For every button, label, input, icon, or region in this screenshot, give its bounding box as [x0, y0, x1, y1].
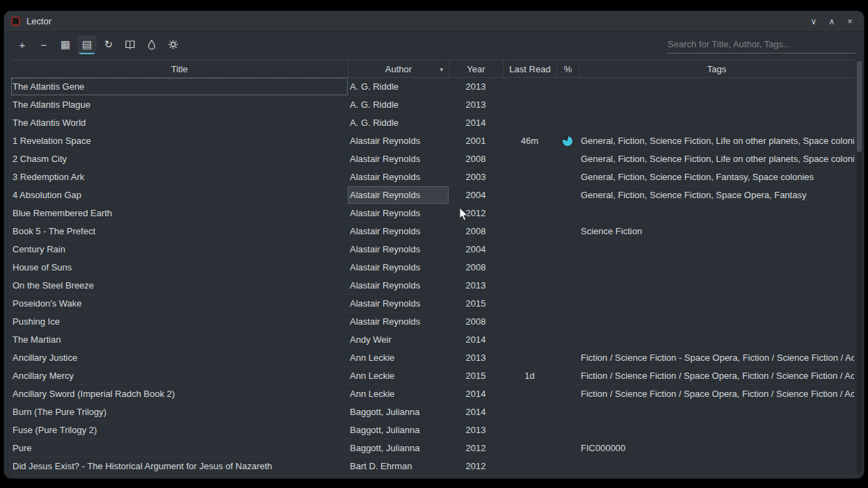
- cell-title[interactable]: Ancillary Sword (Imperial Radch Book 2): [11, 385, 348, 402]
- cell-tags[interactable]: [579, 78, 854, 95]
- table-row[interactable]: House of Suns Alastair Reynolds 2008: [11, 259, 854, 277]
- table-row[interactable]: 3 Redemption Ark Alastair Reynolds 2003 …: [11, 168, 854, 186]
- cell-last-read[interactable]: [503, 114, 556, 131]
- table-row[interactable]: The Atlantis Plague A. G. Riddle 2013: [11, 96, 854, 114]
- add-book-button[interactable]: +: [13, 35, 32, 54]
- cell-progress[interactable]: [556, 259, 579, 276]
- cell-author[interactable]: A. G. Riddle: [348, 78, 449, 95]
- cell-title[interactable]: 2 Chasm City: [11, 150, 348, 168]
- cell-last-read[interactable]: [503, 96, 556, 113]
- cell-title[interactable]: Poseidon's Wake: [11, 295, 348, 312]
- cell-title[interactable]: Century Rain: [11, 241, 348, 258]
- table-row[interactable]: 4 Absolution Gap Alastair Reynolds 2004 …: [11, 186, 854, 204]
- cell-author[interactable]: Ann Leckie: [348, 385, 449, 402]
- cell-year[interactable]: 2004: [449, 186, 503, 204]
- table-row[interactable]: Ancillary Sword (Imperial Radch Book 2) …: [11, 385, 854, 403]
- column-header-author[interactable]: Author ▾: [348, 60, 449, 77]
- table-row[interactable]: Book 5 - The Prefect Alastair Reynolds 2…: [11, 222, 854, 241]
- cell-last-read[interactable]: [503, 331, 556, 348]
- cell-progress[interactable]: [556, 313, 579, 330]
- cell-author[interactable]: Alastair Reynolds: [348, 313, 449, 330]
- cell-progress[interactable]: [556, 168, 579, 186]
- cell-year[interactable]: 2008: [449, 150, 503, 168]
- cell-last-read[interactable]: 1d: [503, 367, 556, 384]
- cell-author[interactable]: A. G. Riddle: [348, 114, 449, 131]
- cell-title[interactable]: Pure: [11, 439, 348, 457]
- theme-button[interactable]: [142, 35, 161, 54]
- cell-year[interactable]: 2014: [449, 331, 503, 348]
- cell-progress[interactable]: [556, 367, 579, 384]
- cell-title[interactable]: The Atlantis World: [11, 114, 348, 131]
- cell-tags[interactable]: [579, 114, 854, 131]
- author-sort-dropdown-icon[interactable]: ▾: [440, 66, 443, 73]
- cell-tags[interactable]: [579, 421, 854, 439]
- scrollbar-thumb[interactable]: [857, 60, 862, 152]
- cell-title[interactable]: Did Jesus Exist? - The Historical Argume…: [11, 457, 348, 475]
- cell-tags[interactable]: General, Fiction, Science Fiction, Fanta…: [579, 168, 854, 186]
- cell-last-read[interactable]: 46m: [503, 132, 556, 149]
- cell-tags[interactable]: [579, 96, 854, 113]
- table-row[interactable]: The Atlantis World A. G. Riddle 2014: [11, 114, 854, 132]
- cell-tags[interactable]: [579, 457, 854, 475]
- table-view-button[interactable]: ▤: [77, 35, 97, 54]
- table-row[interactable]: On the Steel Breeze Alastair Reynolds 20…: [11, 277, 854, 295]
- cell-year[interactable]: 2013: [449, 277, 503, 294]
- cell-author[interactable]: Alastair Reynolds: [348, 277, 449, 294]
- cell-title[interactable]: The Atlantis Gene: [11, 78, 348, 95]
- cell-progress[interactable]: [556, 114, 579, 131]
- column-header-title[interactable]: Title: [11, 60, 348, 77]
- cell-year[interactable]: 2001: [449, 132, 503, 149]
- cell-year[interactable]: 2013: [449, 349, 503, 366]
- cell-author[interactable]: Alastair Reynolds: [348, 168, 449, 186]
- table-row[interactable]: Burn (The Pure Trilogy) Baggott, Juliann…: [11, 403, 854, 421]
- table-row[interactable]: The Atlantis Gene A. G. Riddle 2013: [11, 78, 854, 96]
- cell-tags[interactable]: General, Fiction, Science Fiction, Life …: [579, 132, 854, 149]
- cell-year[interactable]: 2012: [449, 439, 503, 457]
- column-header-year[interactable]: Year: [449, 60, 503, 77]
- cell-author[interactable]: Alastair Reynolds: [348, 150, 449, 168]
- cell-last-read[interactable]: [503, 186, 556, 204]
- cell-title[interactable]: The Atlantis Plague: [11, 96, 348, 113]
- cell-last-read[interactable]: [503, 403, 556, 421]
- cell-progress[interactable]: [556, 349, 579, 366]
- cell-progress[interactable]: [556, 331, 579, 348]
- cell-last-read[interactable]: [503, 204, 556, 222]
- cell-tags[interactable]: Fiction / Science Fiction / Space Opera,…: [579, 367, 854, 384]
- cell-last-read[interactable]: [503, 457, 556, 475]
- grid-view-button[interactable]: ▦: [56, 35, 75, 54]
- table-row[interactable]: Ancillary Justice Ann Leckie 2013 Fictio…: [11, 349, 854, 367]
- cell-year[interactable]: 2015: [449, 367, 503, 384]
- cell-title[interactable]: Ancillary Justice: [11, 349, 348, 366]
- reload-library-button[interactable]: ↻: [99, 35, 118, 54]
- cell-tags[interactable]: [579, 403, 854, 421]
- cell-tags[interactable]: [579, 204, 854, 222]
- cell-progress[interactable]: [556, 421, 579, 439]
- cell-title[interactable]: Pushing Ice: [11, 313, 348, 330]
- titlebar[interactable]: Lector ∨ ∧ ×: [4, 11, 864, 32]
- cell-title[interactable]: Book 5 - The Prefect: [11, 222, 348, 240]
- cell-tags[interactable]: [579, 277, 854, 294]
- cell-tags[interactable]: Science Fiction: [579, 222, 854, 240]
- cell-last-read[interactable]: [503, 295, 556, 312]
- cell-title[interactable]: 1 Revelation Space: [11, 132, 348, 149]
- column-header-last-read[interactable]: Last Read: [503, 60, 556, 77]
- column-header-percent[interactable]: %: [556, 60, 579, 77]
- table-row[interactable]: Blue Remembered Earth Alastair Reynolds …: [11, 204, 854, 222]
- cell-year[interactable]: 2013: [449, 421, 503, 439]
- settings-button[interactable]: [163, 35, 183, 54]
- table-row[interactable]: Ancillary Mercy Ann Leckie 2015 1d Ficti…: [11, 367, 854, 385]
- cell-author[interactable]: A. G. Riddle: [348, 96, 449, 113]
- cell-author[interactable]: Alastair Reynolds: [348, 295, 449, 312]
- cell-author[interactable]: Alastair Reynolds: [348, 241, 449, 258]
- table-row[interactable]: Fuse (Pure Trilogy 2) Baggott, Julianna …: [11, 421, 854, 439]
- cell-last-read[interactable]: [503, 349, 556, 366]
- cell-last-read[interactable]: [503, 421, 556, 439]
- cell-progress[interactable]: [556, 295, 579, 312]
- cell-last-read[interactable]: [503, 313, 556, 330]
- cell-last-read[interactable]: [503, 259, 556, 276]
- cell-last-read[interactable]: [503, 241, 556, 258]
- table-row[interactable]: Pushing Ice Alastair Reynolds 2008: [11, 313, 854, 331]
- cell-year[interactable]: 2014: [449, 403, 503, 421]
- cell-progress[interactable]: [556, 96, 579, 113]
- cell-tags[interactable]: [579, 331, 854, 348]
